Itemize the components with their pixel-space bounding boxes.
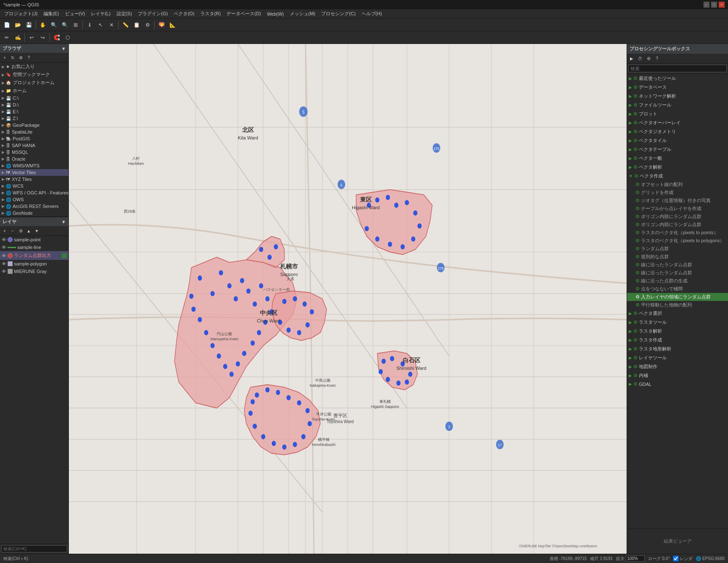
left-search-input[interactable]	[1, 545, 67, 552]
toolbox-group-header-19[interactable]: ▶ ⚙ 内補	[627, 371, 728, 380]
browser-item-0[interactable]: ▶★お気に入り	[0, 63, 68, 71]
browser-header[interactable]: ブラウザ ▼	[0, 44, 68, 53]
toolbox-item-11-12[interactable]: ⚙ 線に沿った点群の生成	[627, 277, 728, 285]
map-area[interactable]: 5 5 275 275 3 17 ©MIERUNE MapTiler ©Open…	[69, 44, 627, 554]
browser-item-9[interactable]: ▶🗄SpatiaLite	[0, 128, 68, 135]
layer-visibility-toggle[interactable]: 👁	[2, 269, 6, 274]
browser-item-1[interactable]: ▶🔖空間ブックマーク	[0, 71, 68, 79]
processing-btn[interactable]: ⚙	[142, 20, 153, 30]
undo-btn[interactable]: ↩	[27, 33, 37, 43]
menubar-item[interactable]: ベクタ(O)	[171, 10, 197, 18]
layer-item-3[interactable]: 👁sample-polygon	[0, 260, 68, 268]
browser-item-14[interactable]: ▶🌐WMS/WMTS	[0, 162, 68, 169]
toolbox-item-11-15[interactable]: ⚙ 平行移動した地物の配列	[627, 301, 728, 309]
menubar-item[interactable]: ラスタ(R)	[198, 10, 223, 18]
browser-add-btn[interactable]: +	[1, 54, 8, 61]
browser-item-13[interactable]: ▶🗄Oracle	[0, 156, 68, 162]
maximize-button[interactable]: □	[711, 2, 717, 8]
measure-btn[interactable]: 📏	[120, 20, 131, 30]
menubar-item[interactable]: プロセシング(C)	[319, 10, 358, 18]
menubar-item[interactable]: データベース(D)	[224, 10, 263, 18]
browser-item-6[interactable]: ▶💾E:\	[0, 108, 68, 115]
add-raster-btn[interactable]: 🌄	[156, 20, 166, 30]
toolbox-run-btn[interactable]: ▶	[628, 55, 635, 62]
toolbox-group-header-14[interactable]: ▶ ⚙ ラスタ解析	[627, 327, 728, 336]
toolbox-group-header-13[interactable]: ▶ ⚙ ラスタツール	[627, 318, 728, 327]
menubar-item[interactable]: 設定(S)	[114, 10, 135, 18]
status-crs[interactable]: 🌐 EPSG:6680	[696, 556, 725, 561]
browser-item-11[interactable]: ▶🗄SAP HANA	[0, 142, 68, 149]
deselect-btn[interactable]: ✕	[106, 20, 117, 30]
browser-item-7[interactable]: ▶💾Z:\	[0, 115, 68, 122]
toolbox-group-header-2[interactable]: ▶ ⚙ ネットワーク解析	[627, 92, 728, 101]
layers-up-btn[interactable]: ▲	[25, 227, 33, 235]
browser-item-2[interactable]: ▶🏠プロジェクトホーム	[0, 79, 68, 87]
snapping-btn[interactable]: 🧲	[52, 33, 62, 43]
layer-item-0[interactable]: 👁sample-point	[0, 236, 68, 243]
toolbox-item-11-8[interactable]: ⚙ ランダム点群	[627, 245, 728, 253]
magnify-input[interactable]	[626, 555, 645, 562]
toolbox-group-header-9[interactable]: ▶ ⚙ ベクタ一般	[627, 154, 728, 163]
menubar-item[interactable]: Web(W)	[264, 11, 286, 17]
browser-item-16[interactable]: ▶🗺XYZ Tiles	[0, 176, 68, 183]
toolbox-group-header-17[interactable]: ▶ ⚙ レイヤツール	[627, 353, 728, 362]
toolbox-group-header-16[interactable]: ▶ ⚙ ラスタ地形解析	[627, 344, 728, 353]
open-project-btn[interactable]: 📂	[13, 20, 23, 30]
layers-filter-btn[interactable]: ⚙	[17, 227, 25, 235]
browser-refresh-btn[interactable]: ↻	[9, 54, 16, 61]
browser-item-3[interactable]: ▶📁ホーム	[0, 87, 68, 95]
browser-item-18[interactable]: ▶🌐WFS / OGC API - Features	[0, 189, 68, 196]
select-btn[interactable]: ↖	[95, 20, 106, 30]
layers-add-btn[interactable]: +	[1, 227, 8, 235]
toolbox-group-header-4[interactable]: ▶ ⚙ プロット	[627, 109, 728, 118]
zoom-out-btn[interactable]: 🔍	[60, 20, 70, 30]
menubar-item[interactable]: ヘルプ(H)	[359, 10, 384, 18]
browser-item-21[interactable]: ▶🌐GeoNode	[0, 210, 68, 216]
browser-collapse-btn[interactable]: ?	[25, 54, 33, 61]
toolbox-group-header-5[interactable]: ▶ ⚙ ベクタオーバーレイ	[627, 118, 728, 127]
layer-item-1[interactable]: 👁sample-line	[0, 243, 68, 251]
toolbox-group-header-1[interactable]: ▶ ⚙ データベース	[627, 83, 728, 92]
redo-btn[interactable]: ↪	[38, 33, 48, 43]
toolbox-history-btn[interactable]: ⏱	[636, 55, 644, 62]
toolbox-group-header-7[interactable]: ▶ ⚙ ベクタタイル	[627, 136, 728, 145]
toolbox-item-11-11[interactable]: ⚙ 線に沿ったランダム点群	[627, 269, 728, 277]
add-vector-btn[interactable]: 📐	[167, 20, 177, 30]
toolbox-group-header-8[interactable]: ▶ ⚙ ベクタテーブル	[627, 145, 728, 154]
new-project-btn[interactable]: 📄	[2, 20, 12, 30]
layers-down-btn[interactable]: ▼	[33, 227, 41, 235]
toolbox-item-11-0[interactable]: ⚙ オフセット線の配列	[627, 180, 728, 189]
toolbox-search-input[interactable]	[628, 65, 727, 72]
menubar-item[interactable]: ビュー(V)	[63, 10, 88, 18]
toolbox-item-11-6[interactable]: ⚙ ラスタのベクタ化（pixels to points）	[627, 229, 728, 237]
toolbox-item-11-5[interactable]: ⚙ ポリゴン内部にランダム点群	[627, 221, 728, 229]
browser-item-8[interactable]: ▶📦GeoPackage	[0, 122, 68, 128]
digitize-btn[interactable]: ✍	[13, 33, 23, 43]
toolbox-group-header-15[interactable]: ▶ ⚙ ラスタ作成	[627, 336, 728, 344]
layers-remove-btn[interactable]: −	[9, 227, 16, 235]
browser-item-17[interactable]: ▶🌐WCS	[0, 183, 68, 189]
minimize-button[interactable]: −	[703, 2, 709, 8]
layer-visibility-toggle[interactable]: 👁	[2, 253, 6, 258]
zoom-extent-btn[interactable]: ⊞	[71, 20, 81, 30]
topology-btn[interactable]: ⬡	[63, 33, 73, 43]
browser-item-15[interactable]: ▶🗺Vector Tiles	[0, 169, 68, 176]
render-checkbox[interactable]	[673, 556, 679, 561]
layer-visibility-toggle[interactable]: 👁	[2, 237, 6, 242]
toolbox-group-header-3[interactable]: ▶ ⚙ ファイルツール	[627, 101, 728, 109]
toolbox-item-11-4[interactable]: ⚙ ポリゴン内部にランダム点群	[627, 213, 728, 221]
close-button[interactable]: ×	[719, 2, 725, 8]
browser-item-12[interactable]: ▶🗄MSSQL	[0, 149, 68, 156]
toolbox-group-header-18[interactable]: ▶ ⚙ 地図制作	[627, 362, 728, 371]
toolbox-item-11-7[interactable]: ⚙ ラスタのベクタ化（pixels to polygons）	[627, 237, 728, 245]
toolbox-item-11-13[interactable]: ⚙ 点をつなないで補間	[627, 285, 728, 293]
browser-item-4[interactable]: ▶💾C:\	[0, 95, 68, 101]
menubar-item[interactable]: 編集(E)	[41, 10, 62, 18]
menubar-item[interactable]: プラグイン(G)	[135, 10, 170, 18]
toolbox-group-header-0[interactable]: ▶ ⚙ 最近使ったツール	[627, 74, 728, 83]
toolbox-group-header-10[interactable]: ▶ ⚙ ベクタ解析	[627, 163, 728, 172]
toolbox-item-11-14[interactable]: ⚙ 入力レイヤの領域にランダム点群	[627, 293, 728, 301]
toolbox-item-11-9[interactable]: ⚙ 規則的な点群	[627, 253, 728, 261]
toolbox-group-header-20[interactable]: ▶ ⚙ GDAL	[627, 380, 728, 388]
pan-tool-btn[interactable]: ✋	[38, 20, 48, 30]
